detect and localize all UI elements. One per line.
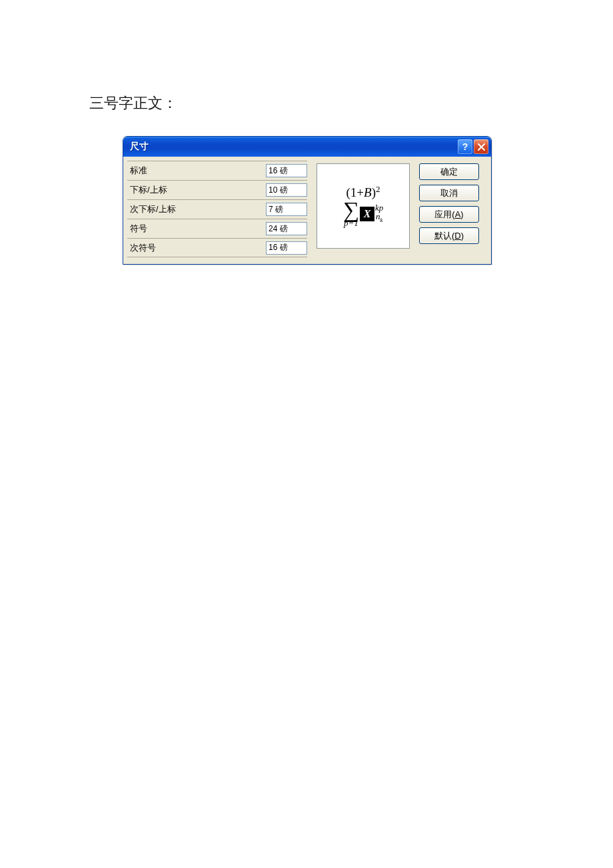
cancel-button[interactable]: 取消 <box>419 185 479 201</box>
default-hotkey: D <box>454 231 460 241</box>
default-prefix: 默认( <box>434 230 454 242</box>
preview-top-var: B <box>364 185 372 199</box>
field-row-subscript: 下标/上标 <box>127 180 307 199</box>
dialog-title: 尺寸 <box>130 141 458 153</box>
titlebar[interactable]: 尺寸 ? <box>123 137 491 157</box>
field-label: 下标/上标 <box>127 184 266 196</box>
field-row-subsymbol: 次符号 <box>127 238 307 257</box>
help-button[interactable]: ? <box>458 139 472 154</box>
size-dialog: 尺寸 ? 标准 下标/上标 次下标/上标 符号 <box>123 136 492 265</box>
default-button[interactable]: 默认(D) <box>419 227 479 244</box>
subsubscript-size-input[interactable] <box>266 203 307 216</box>
field-label: 标准 <box>127 165 266 177</box>
preview-subscript-sub: k <box>380 216 382 223</box>
apply-button[interactable]: 应用(A) <box>419 206 479 223</box>
field-row-subsubscript: 次下标/上标 <box>127 199 307 219</box>
close-button[interactable] <box>474 139 488 154</box>
subscript-size-input[interactable] <box>266 183 307 197</box>
sum-lower: p=1 <box>344 219 358 227</box>
apply-hotkey: A <box>455 209 461 219</box>
close-icon <box>478 143 485 151</box>
variable-x-icon <box>360 207 374 221</box>
symbol-size-input[interactable] <box>266 222 307 235</box>
field-label: 次下标/上标 <box>127 203 266 215</box>
apply-prefix: 应用( <box>434 209 454 221</box>
page-heading: 三号字正文： <box>89 93 177 113</box>
formula-preview: (1+B)2 ∑ p=1 kp nk <box>316 163 410 249</box>
preview-top-exp: 2 <box>376 184 380 194</box>
formula: (1+B)2 ∑ p=1 kp nk <box>343 185 384 227</box>
field-label: 符号 <box>127 223 266 235</box>
subsymbol-size-input[interactable] <box>266 241 307 255</box>
field-row-symbol: 符号 <box>127 219 307 238</box>
sigma-icon: ∑ <box>343 200 359 220</box>
field-label: 次符号 <box>127 242 266 254</box>
size-fields: 标准 下标/上标 次下标/上标 符号 次符号 <box>127 161 307 257</box>
standard-size-input[interactable] <box>266 164 307 177</box>
field-row-standard: 标准 <box>127 161 307 180</box>
apply-suffix: ) <box>460 209 463 219</box>
default-suffix: ) <box>461 231 464 241</box>
dialog-body: 标准 下标/上标 次下标/上标 符号 次符号 <box>123 157 491 264</box>
titlebar-buttons: ? <box>458 139 488 154</box>
dialog-buttons: 确定 取消 应用(A) 默认(D) <box>419 161 479 257</box>
ok-button[interactable]: 确定 <box>419 163 479 180</box>
